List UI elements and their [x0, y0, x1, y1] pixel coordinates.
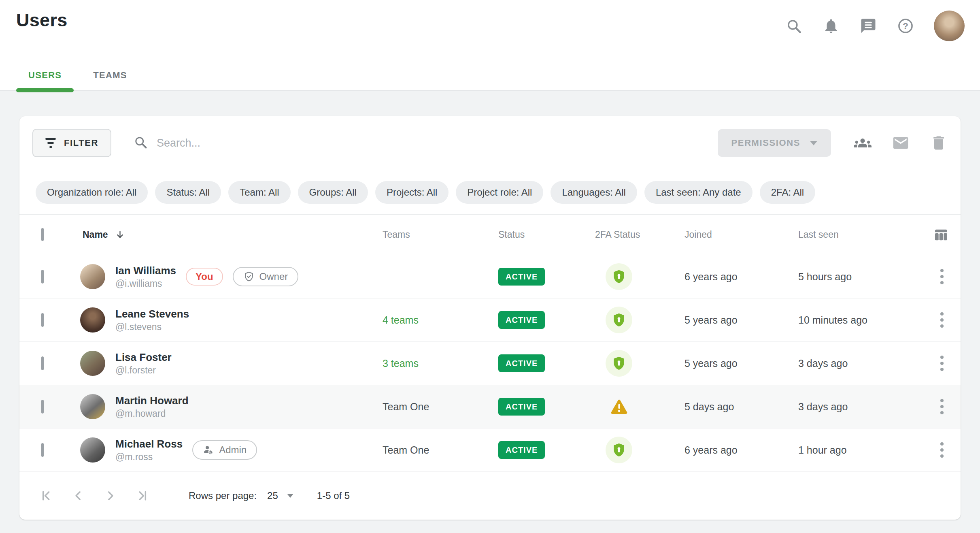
avatar — [80, 351, 105, 376]
top-header: Users ? USERS TEAMS — [0, 0, 980, 91]
chat-icon[interactable] — [859, 17, 877, 35]
you-badge: You — [186, 268, 223, 286]
joined-cell: 5 days ago — [685, 401, 798, 413]
rows-per-page-label: Rows per page: — [189, 490, 257, 501]
avatar — [80, 394, 105, 419]
column-header-name[interactable]: Name — [80, 229, 383, 240]
2fa-enabled-shield-icon — [606, 437, 632, 463]
last-seen-cell: 3 days ago — [798, 358, 916, 369]
last-page-icon[interactable] — [134, 486, 152, 505]
filter-chips-row: Organization role: All Status: All Team:… — [19, 170, 961, 215]
chip-languages[interactable]: Languages: All — [551, 181, 637, 204]
tab-teams-label: TEAMS — [93, 70, 127, 81]
status-badge: ACTIVE — [498, 268, 545, 286]
table-row[interactable]: Ian Williams @i.williams You Owner ACTIV… — [19, 255, 961, 298]
user-handle: @i.williams — [115, 279, 176, 288]
tab-teams[interactable]: TEAMS — [81, 60, 139, 91]
chip-projects[interactable]: Projects: All — [375, 181, 449, 204]
filter-button-label: FILTER — [64, 138, 98, 148]
status-badge: ACTIVE — [498, 398, 545, 416]
search-icon — [133, 135, 148, 151]
column-name-label: Name — [83, 229, 108, 240]
last-seen-cell: 10 minutes ago — [798, 314, 916, 326]
status-badge: ACTIVE — [498, 441, 545, 459]
profile-avatar[interactable] — [934, 11, 965, 41]
chip-status[interactable]: Status: All — [155, 181, 221, 204]
permissions-button-label: PERMISSIONS — [731, 138, 800, 148]
users-card: FILTER PERMISSIONS Organization role — [19, 116, 961, 520]
user-name: Leane Stevens — [115, 309, 189, 319]
tab-bar: USERS TEAMS — [16, 60, 139, 91]
status-badge: ACTIVE — [498, 311, 545, 329]
chip-project-role[interactable]: Project role: All — [456, 181, 543, 204]
column-settings-icon[interactable] — [933, 227, 949, 243]
chip-organization-role[interactable]: Organization role: All — [36, 181, 148, 204]
row-checkbox[interactable] — [41, 356, 44, 370]
table-row[interactable]: Leane Stevens @l.stevens 4 teams ACTIVE … — [19, 298, 961, 342]
user-name: Martin Howard — [115, 395, 189, 406]
admin-badge: Admin — [192, 440, 257, 460]
page-title: Users — [16, 10, 68, 31]
teams-cell: Team One — [383, 401, 498, 413]
chip-2fa[interactable]: 2FA: All — [760, 181, 815, 204]
2fa-warning-icon — [606, 398, 632, 416]
add-to-group-icon[interactable] — [854, 134, 872, 152]
email-icon[interactable] — [892, 134, 910, 152]
teams-link[interactable]: 3 teams — [383, 358, 419, 369]
next-page-icon[interactable] — [101, 486, 120, 505]
owner-badge-label: Owner — [259, 271, 288, 282]
owner-badge: Owner — [233, 267, 299, 286]
avatar — [80, 307, 105, 333]
table-row[interactable]: Martin Howard @m.howard Team One ACTIVE … — [19, 385, 961, 429]
admin-badge-label: Admin — [219, 444, 247, 456]
sort-desc-arrow-icon — [115, 229, 125, 240]
user-name: Michael Ross — [115, 439, 183, 449]
help-icon[interactable]: ? — [897, 17, 914, 35]
chip-last-seen[interactable]: Last seen: Any date — [644, 181, 753, 204]
user-handle: @l.forster — [115, 366, 172, 375]
first-page-icon[interactable] — [36, 486, 55, 505]
last-seen-cell: 1 hour ago — [798, 444, 916, 456]
user-name: Ian Williams — [115, 265, 176, 276]
search-input[interactable] — [157, 137, 383, 149]
delete-icon[interactable] — [930, 134, 948, 152]
notifications-bell-icon[interactable] — [822, 17, 840, 35]
column-header-2fa: 2FA Status — [595, 229, 685, 240]
row-checkbox[interactable] — [41, 400, 44, 414]
row-checkbox[interactable] — [41, 443, 44, 457]
filter-button[interactable]: FILTER — [32, 129, 111, 157]
last-seen-cell: 3 days ago — [798, 401, 916, 413]
user-name: Lisa Foster — [115, 352, 172, 362]
rows-per-page-select[interactable]: 25 — [267, 490, 293, 501]
avatar — [80, 437, 105, 463]
row-menu-kebab-icon[interactable] — [937, 352, 947, 374]
permissions-button[interactable]: PERMISSIONS — [718, 129, 831, 157]
bulk-actions — [854, 134, 948, 152]
row-checkbox[interactable] — [41, 313, 44, 327]
select-all-checkbox[interactable] — [41, 228, 44, 241]
row-menu-kebab-icon[interactable] — [937, 396, 947, 418]
row-menu-kebab-icon[interactable] — [937, 309, 947, 331]
row-menu-kebab-icon[interactable] — [937, 439, 947, 461]
2fa-enabled-shield-icon — [606, 263, 632, 290]
prev-page-icon[interactable] — [69, 486, 87, 505]
teams-link[interactable]: 4 teams — [383, 314, 419, 326]
user-handle: @m.howard — [115, 409, 189, 418]
status-badge: ACTIVE — [498, 354, 545, 372]
search-area — [133, 135, 718, 151]
2fa-enabled-shield-icon — [606, 350, 632, 377]
table-row[interactable]: Michael Ross @m.ross Admin Team One ACTI… — [19, 429, 961, 472]
joined-cell: 6 years ago — [685, 271, 798, 283]
rows-per-page-value: 25 — [267, 490, 278, 501]
row-checkbox[interactable] — [41, 270, 44, 284]
chip-groups[interactable]: Groups: All — [298, 181, 368, 204]
user-handle: @m.ross — [115, 452, 183, 462]
2fa-enabled-shield-icon — [606, 307, 632, 333]
filter-icon — [45, 138, 56, 148]
table-row[interactable]: Lisa Foster @l.forster 3 teams ACTIVE 5 … — [19, 342, 961, 385]
tab-users[interactable]: USERS — [16, 60, 74, 91]
row-menu-kebab-icon[interactable] — [937, 266, 947, 288]
chip-team[interactable]: Team: All — [228, 181, 290, 204]
search-icon[interactable] — [785, 17, 803, 35]
toolbar: FILTER PERMISSIONS — [19, 116, 961, 170]
